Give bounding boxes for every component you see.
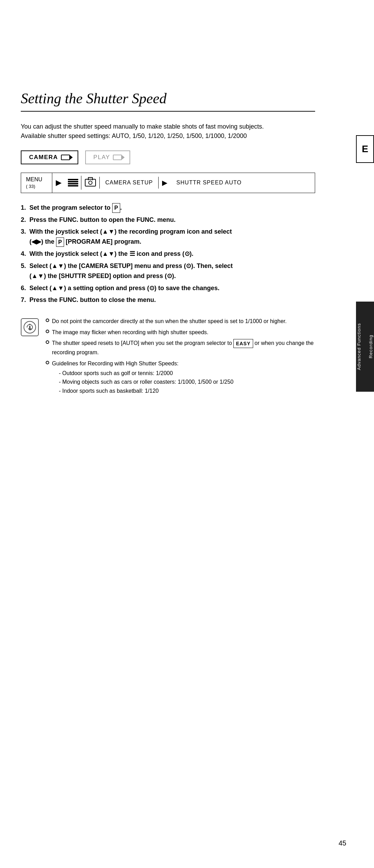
notes-content: Do not point the camcorder directly at t… bbox=[46, 317, 315, 397]
sub-item-2: Moving objects such as cars or roller co… bbox=[59, 377, 233, 387]
steps-list: 1. Set the program selector to P. 2. Pre… bbox=[21, 203, 315, 305]
tab-play[interactable]: PLAY bbox=[85, 150, 130, 164]
main-content: Setting the Shutter Speed You can adjust… bbox=[0, 0, 343, 422]
note-bullet-4 bbox=[46, 361, 49, 364]
menu-section-label: CAMERA SETUP bbox=[100, 177, 159, 189]
step-7-text: 7. Press the FUNC. button to close the m… bbox=[21, 296, 156, 303]
mode-tabs: CAMERA PLAY bbox=[21, 150, 315, 164]
menu-arrow-icon: ▶ bbox=[52, 175, 65, 190]
step-5: 5. Select (▲▼) the [CAMERA SETUP] menu a… bbox=[21, 261, 315, 281]
menu-label-text: MENU bbox=[26, 176, 42, 182]
note-item-3: The shutter speed resets to [AUTO] when … bbox=[46, 339, 315, 357]
note-svg-icon bbox=[23, 320, 37, 334]
play-video-icon bbox=[113, 155, 122, 160]
menu-result: SHUTTR SPEED AUTO bbox=[171, 177, 247, 189]
step-1-text: 1. Set the program selector to P. bbox=[21, 204, 122, 211]
step-2-text: 2. Press the FUNC. button to open the FU… bbox=[21, 216, 176, 223]
step-2: 2. Press the FUNC. button to open the FU… bbox=[21, 215, 315, 225]
note-text-2: The image may flicker when recording wit… bbox=[52, 328, 208, 337]
step-7: 7. Press the FUNC. button to close the m… bbox=[21, 295, 315, 305]
tab-camera[interactable]: CAMERA bbox=[21, 150, 78, 164]
notes-box: Do not point the camcorder directly at t… bbox=[21, 313, 315, 401]
menu-page-ref: ( 33) bbox=[26, 183, 47, 190]
menu-bar: MENU ( 33) ▶ CAMERA SETUP ▶ SHUTTR SPEED bbox=[21, 173, 315, 193]
sub-item-3: Indoor sports such as basketball: 1/120 bbox=[59, 387, 233, 396]
intro-line1: You can adjust the shutter speed manuall… bbox=[21, 123, 264, 130]
note-text-1: Do not point the camcorder directly at t… bbox=[52, 317, 287, 326]
camera-lens-icon bbox=[88, 181, 92, 185]
note-item-1: Do not point the camcorder directly at t… bbox=[46, 317, 315, 326]
note-text-3: The shutter speed resets to [AUTO] when … bbox=[52, 339, 315, 357]
svg-point-1 bbox=[29, 324, 30, 325]
side-tab-e: E bbox=[356, 135, 374, 163]
step-3-text: 3. With the joystick select (▲▼) the rec… bbox=[21, 228, 232, 245]
notes-icon bbox=[21, 318, 39, 336]
sub-item-1: Outdoor sports such as golf or tennis: 1… bbox=[59, 369, 233, 378]
step-4-text: 4. With the joystick select (▲▼) the ☰ i… bbox=[21, 250, 194, 257]
note-text-4: Guidelines for Recording with High Shutt… bbox=[52, 361, 179, 366]
step-4: 4. With the joystick select (▲▼) the ☰ i… bbox=[21, 249, 315, 259]
page-container: E Advanced FunctionsRecording Setting th… bbox=[0, 0, 374, 868]
page-title: Setting the Shutter Speed bbox=[21, 90, 315, 112]
note-bullet-2 bbox=[46, 330, 49, 333]
menu-camera-icon-box bbox=[81, 177, 100, 189]
page-number: 45 bbox=[339, 839, 346, 847]
intro-line2: Available shutter speed settings: AUTO, … bbox=[21, 132, 247, 139]
menu-label-section: MENU ( 33) bbox=[21, 173, 52, 193]
side-tab-advanced-label: Advanced FunctionsRecording bbox=[356, 323, 374, 370]
step-6-text: 6. Select (▲▼) a setting option and pres… bbox=[21, 285, 220, 292]
camera-video-icon bbox=[61, 155, 70, 160]
note-item-4: Guidelines for Recording with High Shutt… bbox=[46, 359, 315, 395]
side-tab-advanced: Advanced FunctionsRecording bbox=[356, 302, 374, 392]
menu-grid-icon-box bbox=[65, 176, 81, 190]
step-6: 6. Select (▲▼) a setting option and pres… bbox=[21, 283, 315, 293]
step-5-text: 5. Select (▲▼) the [CAMERA SETUP] menu a… bbox=[21, 262, 233, 279]
side-tab-e-label: E bbox=[362, 144, 368, 155]
step-1: 1. Set the program selector to P. bbox=[21, 203, 315, 213]
sub-list: Outdoor sports such as golf or tennis: 1… bbox=[52, 369, 233, 396]
note-bullet-3 bbox=[46, 340, 49, 344]
camera-tab-label: CAMERA bbox=[29, 154, 58, 161]
easy-badge: EASY bbox=[233, 339, 253, 348]
step-3: 3. With the joystick select (▲▼) the rec… bbox=[21, 227, 315, 247]
intro-text: You can adjust the shutter speed manuall… bbox=[21, 122, 315, 141]
play-tab-label: PLAY bbox=[93, 154, 110, 161]
svg-rect-2 bbox=[29, 326, 30, 329]
menu-camera-icon bbox=[85, 179, 96, 186]
menu-arrow-right: ▶ bbox=[159, 176, 171, 190]
note-item-2: The image may flicker when recording wit… bbox=[46, 328, 315, 337]
note-text-4-container: Guidelines for Recording with High Shutt… bbox=[52, 359, 233, 395]
menu-grid-icon bbox=[68, 178, 78, 188]
note-bullet-1 bbox=[46, 319, 49, 322]
